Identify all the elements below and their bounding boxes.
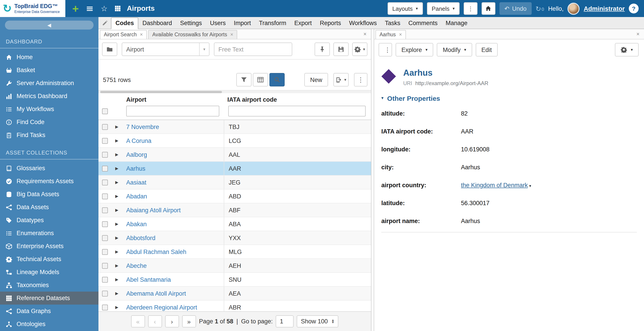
search-button[interactable] [270, 73, 285, 87]
row-checkbox[interactable] [102, 179, 108, 185]
sidebar-item-find-code[interactable]: Find Code [0, 116, 98, 129]
table-row-selected[interactable]: ▶ Aarhus AAR [98, 162, 371, 176]
edit-button[interactable]: Edit [476, 43, 498, 57]
sidebar-item-find-tasks[interactable]: Find Tasks [0, 129, 98, 142]
expand-row-icon[interactable]: ▶ [111, 194, 122, 198]
explore-button[interactable]: Explore ▾ [396, 43, 434, 57]
help-icon[interactable]: ? [629, 4, 639, 14]
panels-button[interactable]: Panels ▾ [427, 2, 460, 15]
first-page-button[interactable]: « [131, 315, 145, 327]
detail-more-button[interactable]: ⋮ [378, 43, 392, 57]
sidebar-item-big-data-assets[interactable]: Big Data Assets [0, 188, 98, 201]
row-checkbox[interactable] [102, 193, 108, 199]
tab-export[interactable]: Export [290, 18, 316, 29]
detail-settings-button[interactable]: ▾ [615, 43, 639, 57]
country-link[interactable]: the Kingdom of Denmark [461, 182, 528, 189]
row-checkbox[interactable] [102, 249, 108, 255]
sidebar-item-technical-assets[interactable]: Technical Assets [0, 253, 98, 266]
last-page-button[interactable]: » [182, 315, 196, 327]
row-checkbox[interactable] [102, 166, 108, 171]
sidebar-item-data-graphs[interactable]: Data Graphs [0, 304, 98, 317]
table-row[interactable]: ▶ Abakan ABA [98, 217, 371, 231]
tab-codes[interactable]: Codes [111, 18, 138, 29]
table-row[interactable]: ▶ Abadan ABD [98, 189, 371, 203]
column-header-iata[interactable]: IATA airport code [224, 95, 371, 105]
more-options-button[interactable]: ⋮ [464, 2, 478, 15]
new-button[interactable]: New [304, 73, 328, 87]
table-row[interactable]: ▶ Abdul Rachman Saleh MLG [98, 245, 371, 259]
pin-button[interactable] [314, 43, 330, 56]
horizontal-scrollbar[interactable] [98, 90, 371, 93]
close-icon[interactable]: × [230, 32, 233, 37]
next-page-button[interactable]: › [165, 315, 179, 327]
expand-row-icon[interactable]: ▶ [111, 222, 122, 226]
tab-reports[interactable]: Reports [316, 18, 345, 29]
expand-row-icon[interactable]: ▶ [111, 305, 122, 309]
expand-row-icon[interactable]: ▶ [111, 166, 122, 171]
expand-row-icon[interactable]: ▶ [111, 291, 122, 296]
avatar[interactable] [568, 3, 580, 15]
subtab-available-crosswalks[interactable]: Available Crosswalks for Airports × [148, 30, 237, 39]
expand-row-icon[interactable]: ▶ [111, 249, 122, 254]
page-size-select[interactable]: Show 100 ▲ ▼ [297, 315, 338, 327]
results-more-button[interactable]: ⋮ [354, 73, 368, 87]
columns-button[interactable] [253, 73, 268, 87]
tab-manage[interactable]: Manage [442, 18, 472, 29]
plus-icon[interactable]: + [72, 4, 79, 13]
table-row[interactable]: ▶ Aasiaat JEG [98, 176, 371, 189]
airport-link[interactable]: Abbotsford [122, 234, 224, 241]
airport-link[interactable]: Abdul Rachman Saleh [122, 248, 224, 255]
user-menu-link[interactable]: Administrator [584, 5, 625, 12]
tab-tasks[interactable]: Tasks [381, 18, 404, 29]
row-checkbox[interactable] [102, 124, 108, 130]
tab-comments[interactable]: Comments [404, 18, 442, 29]
sidebar-item-taxonomies[interactable]: Taxonomies [0, 279, 98, 291]
sidebar-item-metrics-dashboard[interactable]: Metrics Dashboard [0, 90, 98, 103]
table-row[interactable]: ▶ Abaiang Atoll Airport ABF [98, 203, 371, 217]
airport-link[interactable]: Abel Santamaria [122, 276, 224, 283]
airport-link[interactable]: Abaiang Atoll Airport [122, 207, 224, 213]
close-icon[interactable]: × [399, 32, 402, 37]
airport-link[interactable]: Abadan [122, 193, 224, 200]
goto-page-input[interactable] [276, 315, 294, 327]
sidebar-collapse-button[interactable]: ◀ [5, 21, 94, 30]
sidebar-item-glossaries[interactable]: Glossaries [0, 162, 98, 175]
airport-link[interactable]: Aalborg [122, 151, 224, 158]
table-row[interactable]: ▶ Aalborg AAL [98, 148, 371, 162]
scrollbar-thumb[interactable] [100, 91, 222, 93]
table-row[interactable]: ▶ Aberdeen Regional Airport ABR [98, 300, 371, 311]
expand-row-icon[interactable]: ▶ [111, 236, 122, 240]
export-results-button[interactable]: ▾ [334, 73, 349, 87]
sidebar-item-basket[interactable]: Basket [0, 64, 98, 77]
expand-row-icon[interactable]: ▶ [111, 152, 122, 157]
iata-filter-input[interactable] [228, 106, 366, 116]
filter-button[interactable] [236, 73, 252, 87]
layouts-button[interactable]: Layouts ▾ [387, 2, 423, 15]
search-settings-button[interactable]: ▾ [352, 43, 368, 56]
sidebar-item-datatypes[interactable]: Datatypes [0, 214, 98, 227]
row-checkbox[interactable] [102, 152, 108, 157]
close-pane-icon[interactable]: × [633, 31, 643, 39]
tab-workflows[interactable]: Workflows [345, 18, 381, 29]
sidebar-item-ontologies[interactable]: Ontologies [0, 317, 98, 330]
tab-settings[interactable]: Settings [176, 18, 206, 29]
airport-link[interactable]: Abakan [122, 221, 224, 227]
table-row[interactable]: ▶ Abemama Atoll Airport AEA [98, 287, 371, 300]
expand-row-icon[interactable]: ▶ [111, 263, 122, 268]
expand-row-icon[interactable]: ▶ [111, 277, 122, 282]
sidebar-item-my-workflows[interactable]: My Workflows [0, 103, 98, 116]
sidebar-item-data-assets[interactable]: Data Assets [0, 201, 98, 214]
column-header-airport[interactable]: Airport [122, 95, 224, 105]
tab-dashboard[interactable]: Dashboard [138, 18, 176, 29]
row-checkbox[interactable] [102, 235, 108, 241]
table-row[interactable]: ▶ Abeche AEH [98, 259, 371, 273]
row-checkbox[interactable] [102, 276, 108, 282]
sidebar-item-enumerations[interactable]: Enumerations [0, 227, 98, 240]
table-row[interactable]: ▶ Abel Santamaria SNU [98, 273, 371, 287]
table-row[interactable]: ▶ Abbotsford YXX [98, 231, 371, 245]
table-row[interactable]: ▶ A Coruna LCG [98, 134, 371, 148]
airport-link[interactable]: Abeche [122, 262, 224, 269]
search-type-input[interactable] [122, 43, 199, 56]
other-properties-section-header[interactable]: ▾ Other Properties [381, 95, 637, 102]
row-checkbox[interactable] [102, 263, 108, 268]
